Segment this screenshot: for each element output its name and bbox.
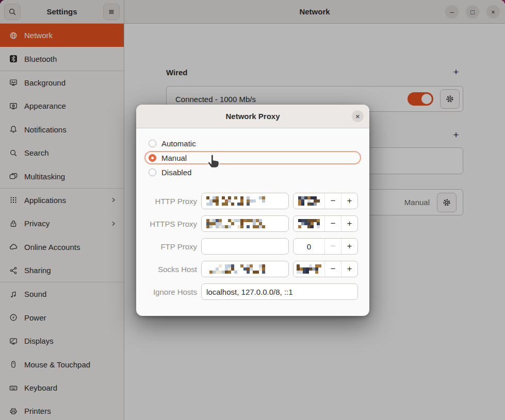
port-spinbutton: −+ xyxy=(293,215,358,232)
ignore-hosts-value: localhost, 127.0.0.0/8, ::1 xyxy=(206,288,293,296)
radio-button[interactable] xyxy=(149,140,156,147)
port-value[interactable] xyxy=(294,261,325,277)
port-value[interactable]: 0 xyxy=(294,239,325,254)
field-label: Socks Host xyxy=(143,265,197,274)
redacted-pixelated-value xyxy=(298,196,320,206)
port-increment-button[interactable]: + xyxy=(341,261,357,277)
proxy-fields: HTTP Proxy−+HTTPS Proxy−+FTP Proxy0−+Soc… xyxy=(136,193,369,300)
proxy-field-row: HTTP Proxy−+ xyxy=(143,193,369,209)
mouse-cursor xyxy=(207,153,221,169)
field-label: HTTPS Proxy xyxy=(143,220,197,228)
radio-button[interactable] xyxy=(149,169,156,176)
ignore-hosts-input[interactable]: localhost, 127.0.0.0/8, ::1 xyxy=(201,283,358,300)
host-input[interactable] xyxy=(201,261,289,277)
field-label: Ignore Hosts xyxy=(143,288,197,296)
radio-label: Disabled xyxy=(161,168,191,177)
host-input[interactable] xyxy=(201,215,289,232)
redacted-pixelated-value xyxy=(206,219,265,228)
network-proxy-dialog: Network Proxy × AutomaticManualDisabled … xyxy=(136,105,369,316)
port-spinbutton: 0−+ xyxy=(293,238,358,255)
dialog-close-button[interactable]: × xyxy=(352,110,364,122)
proxy-mode-option-manual[interactable]: Manual xyxy=(144,151,361,164)
radio-label: Automatic xyxy=(161,139,196,148)
settings-window: Settings Network – □ × NetworkBluetoothB… xyxy=(0,0,505,420)
redacted-pixelated-value xyxy=(297,264,321,274)
port-value[interactable] xyxy=(294,216,325,231)
proxy-mode-options: AutomaticManualDisabled xyxy=(136,137,369,179)
redacted-pixelated-value xyxy=(298,219,320,228)
port-value[interactable] xyxy=(294,193,325,209)
redacted-pixelated-value xyxy=(206,264,265,274)
proxy-field-row: HTTPS Proxy−+ xyxy=(143,215,369,232)
port-decrement-button[interactable]: − xyxy=(325,193,341,209)
host-input[interactable] xyxy=(201,238,289,255)
dialog-title: Network Proxy xyxy=(225,112,280,121)
port-increment-button[interactable]: + xyxy=(341,216,357,231)
dialog-header: Network Proxy × xyxy=(136,105,369,128)
proxy-mode-option-automatic[interactable]: Automatic xyxy=(144,137,361,150)
redacted-pixelated-value xyxy=(206,196,265,206)
port-decrement-button[interactable]: − xyxy=(325,216,341,231)
port-spinbutton: −+ xyxy=(293,193,358,209)
port-increment-button[interactable]: + xyxy=(341,239,357,254)
port-spinbutton: −+ xyxy=(293,261,358,277)
field-label: HTTP Proxy xyxy=(143,197,197,206)
port-decrement-button[interactable]: − xyxy=(325,261,341,277)
host-input[interactable] xyxy=(201,193,289,209)
field-label: FTP Proxy xyxy=(143,242,197,251)
radio-label: Manual xyxy=(161,154,187,162)
proxy-mode-option-disabled[interactable]: Disabled xyxy=(144,165,361,179)
radio-button-selected[interactable] xyxy=(149,154,156,162)
port-increment-button[interactable]: + xyxy=(341,193,357,209)
proxy-field-row: Ignore Hostslocalhost, 127.0.0.0/8, ::1 xyxy=(143,283,369,300)
port-decrement-button: − xyxy=(325,239,341,254)
proxy-field-row: FTP Proxy0−+ xyxy=(143,238,369,255)
proxy-field-row: Socks Host−+ xyxy=(143,261,369,277)
